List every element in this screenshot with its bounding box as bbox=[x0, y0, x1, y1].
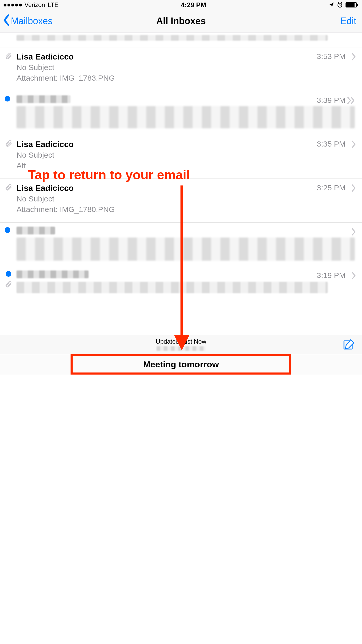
carrier-label: Verizon bbox=[24, 1, 45, 9]
nav-title: All Inboxes bbox=[0, 16, 362, 27]
message-preview: Attachment: IMG_1780.PNG bbox=[16, 204, 355, 215]
status-left: Verizon LTE bbox=[4, 1, 58, 9]
draft-title: Meeting tomorrow bbox=[143, 359, 219, 369]
chevron-right-icon bbox=[351, 272, 356, 281]
message-row[interactable]: 3:19 PM bbox=[0, 266, 362, 299]
message-row[interactable] bbox=[0, 223, 362, 266]
sync-status-sub bbox=[157, 346, 205, 351]
message-subject: No Subject bbox=[16, 194, 355, 204]
attachment-icon bbox=[5, 183, 12, 191]
attachment-icon bbox=[5, 280, 12, 288]
message-time: 3:53 PM bbox=[317, 52, 346, 61]
svg-line-4 bbox=[341, 2, 342, 3]
location-icon bbox=[329, 2, 334, 8]
message-list[interactable]: Lisa Eadicicco No Subject Attachment: IM… bbox=[0, 32, 362, 335]
network-type-label: LTE bbox=[48, 1, 58, 9]
chevron-right-icon bbox=[351, 140, 356, 149]
nav-bar: Mailboxes All Inboxes Edit bbox=[0, 10, 362, 32]
message-row[interactable]: 3:39 PM bbox=[0, 91, 362, 135]
unread-dot-icon bbox=[5, 227, 10, 233]
message-sender: Lisa Eadicicco bbox=[16, 183, 355, 193]
svg-rect-7 bbox=[357, 4, 358, 6]
status-clock: 4:29 PM bbox=[181, 1, 206, 9]
message-sender: Lisa Eadicicco bbox=[16, 52, 355, 62]
message-row[interactable]: Lisa Eadicicco No Subject Att 3:35 PM bbox=[0, 135, 362, 179]
mail-app-screen: Verizon LTE 4:29 PM Mailboxes All Inboxe… bbox=[0, 0, 362, 375]
chevron-right-icon bbox=[351, 53, 356, 62]
message-row[interactable]: Lisa Eadicicco No Subject Attachment: IM… bbox=[0, 47, 362, 91]
svg-rect-6 bbox=[346, 3, 355, 7]
status-right bbox=[329, 2, 358, 8]
draft-peek-bar[interactable]: Meeting tomorrow bbox=[0, 354, 362, 375]
sync-status-label: Updated Just Now bbox=[156, 338, 206, 345]
compose-button[interactable] bbox=[343, 338, 355, 352]
message-sender: Lisa Eadicicco bbox=[16, 139, 355, 149]
message-row[interactable]: Lisa Eadicicco No Subject Attachment: IM… bbox=[0, 179, 362, 223]
battery-icon bbox=[346, 2, 358, 8]
message-time: 3:19 PM bbox=[317, 271, 346, 280]
chevron-right-icon bbox=[351, 228, 356, 237]
unread-dot-icon bbox=[5, 96, 10, 101]
message-row[interactable] bbox=[0, 32, 362, 47]
message-preview: Attachment: IMG_1783.PNG bbox=[16, 73, 355, 83]
attachment-icon bbox=[5, 52, 12, 60]
attachment-icon bbox=[5, 140, 12, 147]
unread-dot-icon bbox=[6, 271, 11, 277]
message-time: 3:39 PM bbox=[317, 96, 346, 105]
reserved-bottom-space bbox=[0, 375, 362, 644]
chevron-right-icon bbox=[351, 184, 356, 193]
chevron-double-right-icon bbox=[347, 96, 356, 106]
bottom-toolbar: Updated Just Now bbox=[0, 335, 362, 354]
edit-button[interactable]: Edit bbox=[340, 10, 356, 32]
status-bar: Verizon LTE 4:29 PM bbox=[0, 0, 362, 10]
svg-line-3 bbox=[338, 2, 339, 3]
signal-strength-icon bbox=[4, 4, 22, 6]
message-subject: No Subject bbox=[16, 62, 355, 73]
message-subject: No Subject bbox=[16, 150, 355, 160]
message-time: 3:25 PM bbox=[317, 183, 346, 192]
alarm-icon bbox=[337, 2, 343, 8]
message-preview: Att bbox=[16, 160, 355, 171]
message-time: 3:35 PM bbox=[317, 140, 346, 148]
